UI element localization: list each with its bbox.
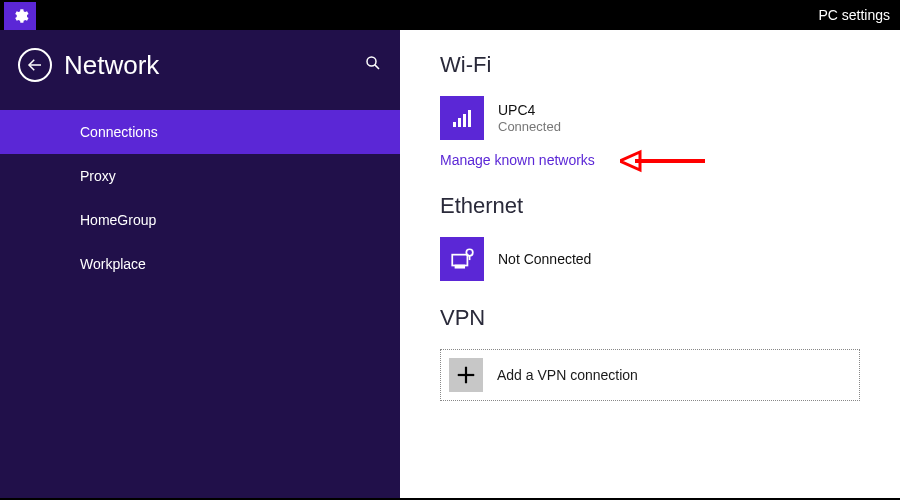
ethernet-labels: Not Connected: [498, 251, 591, 268]
back-button[interactable]: [18, 48, 52, 82]
back-arrow-icon: [26, 56, 44, 74]
sidebar-title: Network: [64, 50, 352, 81]
svg-rect-6: [468, 110, 471, 127]
svg-point-1: [367, 57, 376, 66]
wifi-status: Connected: [498, 119, 561, 135]
plus-box: [449, 358, 483, 392]
topbar-title: PC settings: [818, 7, 890, 23]
sidebar-header: Network: [0, 30, 400, 100]
gear-icon: [11, 7, 29, 25]
sidebar-item-label: Proxy: [80, 168, 116, 184]
search-button[interactable]: [364, 54, 382, 76]
svg-rect-8: [456, 266, 465, 268]
content-pane: Wi-Fi UPC4 Connected: [400, 30, 900, 498]
sidebar-item-connections[interactable]: Connections: [0, 110, 400, 154]
topbar: PC settings: [0, 0, 900, 30]
wifi-tile: [440, 96, 484, 140]
add-vpn-button[interactable]: Add a VPN connection: [440, 349, 860, 401]
sidebar-item-label: Connections: [80, 124, 158, 140]
wifi-heading: Wi-Fi: [440, 52, 870, 78]
ethernet-tile: [440, 237, 484, 281]
ethernet-status: Not Connected: [498, 251, 591, 268]
plus-icon: [455, 364, 477, 386]
add-vpn-label: Add a VPN connection: [497, 367, 638, 383]
sidebar: Network Connections Proxy HomeGroup: [0, 30, 400, 498]
manage-networks-link[interactable]: Manage known networks: [440, 152, 595, 168]
sidebar-item-proxy[interactable]: Proxy: [0, 154, 400, 198]
svg-rect-7: [452, 255, 467, 266]
svg-line-2: [375, 65, 379, 69]
sidebar-item-label: HomeGroup: [80, 212, 156, 228]
ethernet-heading: Ethernet: [440, 193, 870, 219]
vpn-section: VPN Add a VPN connection: [440, 305, 870, 401]
sidebar-item-homegroup[interactable]: HomeGroup: [0, 198, 400, 242]
svg-point-9: [466, 249, 473, 256]
ethernet-row[interactable]: Not Connected: [440, 237, 870, 281]
wifi-section: Wi-Fi UPC4 Connected: [440, 52, 870, 169]
ethernet-icon: [449, 246, 475, 272]
wifi-signal-icon: [450, 106, 474, 130]
svg-rect-4: [458, 118, 461, 127]
vpn-heading: VPN: [440, 305, 870, 331]
wifi-network-row[interactable]: UPC4 Connected: [440, 96, 870, 140]
svg-rect-3: [453, 122, 456, 127]
wifi-labels: UPC4 Connected: [498, 102, 561, 134]
settings-gear-box[interactable]: [4, 2, 36, 30]
wifi-network-name: UPC4: [498, 102, 561, 119]
svg-rect-5: [463, 114, 466, 127]
sidebar-items: Connections Proxy HomeGroup Workplace: [0, 110, 400, 286]
ethernet-section: Ethernet Not Connected: [440, 193, 870, 281]
search-icon: [364, 54, 382, 72]
sidebar-item-label: Workplace: [80, 256, 146, 272]
sidebar-item-workplace[interactable]: Workplace: [0, 242, 400, 286]
